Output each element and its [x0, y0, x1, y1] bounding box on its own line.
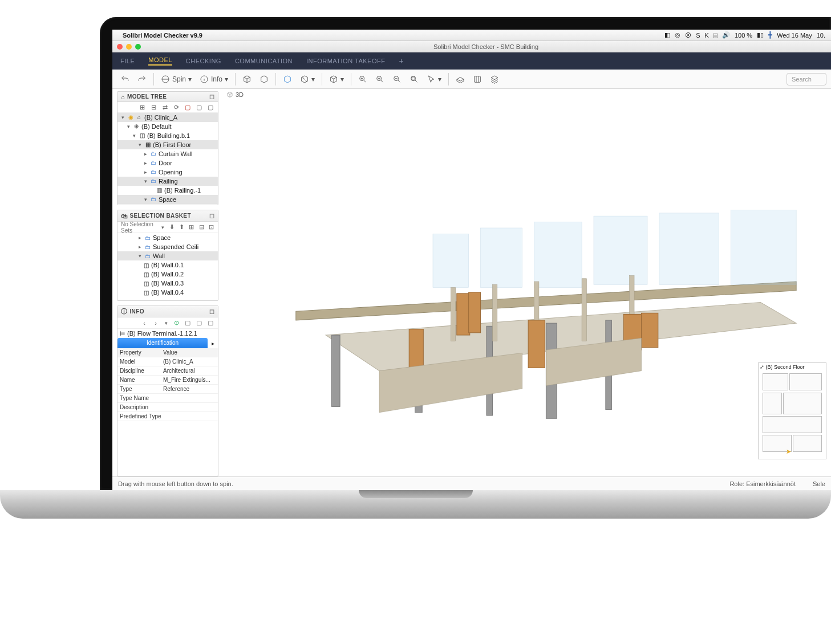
battery-percent: 100 %	[735, 32, 752, 39]
svg-rect-26	[469, 292, 481, 333]
svg-rect-15	[481, 228, 522, 287]
basket-tool-icon[interactable]: ⊞	[188, 223, 194, 231]
tree-row[interactable]: ◫(B) Wall.0.2	[117, 270, 218, 279]
select-icon[interactable]: ▾	[423, 72, 445, 86]
tree-row[interactable]: ▾◫(B) Building.b.1	[117, 131, 218, 140]
basket-add-icon[interactable]: ▢	[184, 319, 192, 327]
menubar-icon[interactable]: ◧	[664, 31, 670, 39]
menubar-k-icon[interactable]: K	[705, 32, 709, 39]
info-tab-next[interactable]: ▸	[208, 340, 218, 347]
svg-rect-16	[534, 222, 582, 288]
zoom-window-icon[interactable]	[406, 72, 422, 86]
basket-add-icon[interactable]: ▢	[206, 319, 214, 327]
tree-row[interactable]: ▾◉⌂(B) Clinic_A	[117, 113, 218, 122]
nav-model[interactable]: MODEL	[148, 56, 172, 66]
search-input[interactable]: Search	[787, 73, 826, 85]
zoom-in-icon[interactable]	[372, 72, 388, 86]
tree-tool-icon[interactable]: ⟳	[172, 103, 180, 111]
info-table: PropertyValue Model(B) Clinic_A Discipli…	[117, 348, 218, 421]
basket-icon: 🛍	[121, 213, 127, 219]
spin-button[interactable]: Spin ▾	[157, 72, 195, 86]
tree-row[interactable]: ▥(B) Railing.-1	[117, 186, 218, 195]
tree-row[interactable]: ◫(B) Wall.0.4	[117, 288, 218, 297]
tree-tool-icon[interactable]: ⊞	[138, 103, 146, 111]
cube-icon[interactable]: ▾	[326, 72, 347, 86]
tree-row[interactable]: ▸🗀Opening	[117, 168, 218, 177]
model-tree-body[interactable]: ▾◉⌂(B) Clinic_A ▾⊕(B) Default ▾◫(B) Buil…	[117, 113, 218, 205]
tree-row[interactable]: ▾🗀Space	[117, 195, 218, 204]
model-tree-panel: ⌂ MODEL TREE ◻ ⊞ ⊟ ⇄ ⟳ ▢ ▢ ▢	[117, 91, 218, 205]
upload-icon[interactable]: ⬆	[179, 223, 185, 231]
maximize-panel-icon[interactable]: ◻	[209, 212, 214, 219]
flag-icon[interactable]: ╋	[768, 31, 772, 39]
tree-tool-icon[interactable]: ⊟	[149, 103, 157, 111]
svg-rect-19	[731, 210, 796, 285]
undo-button[interactable]	[117, 72, 133, 86]
map-icon[interactable]	[469, 72, 485, 86]
basket-body[interactable]: ▸🗀Space ▸🗀Suspended Ceili ▾🗀Wall ◫(B) Wa…	[117, 233, 218, 297]
cube-outline-icon[interactable]	[279, 72, 295, 86]
basket-add-icon[interactable]: ▢	[195, 319, 203, 327]
expand-icon[interactable]: ⤢	[760, 364, 764, 370]
svg-rect-14	[433, 234, 469, 287]
info-toolbar: ‹ › ▾ ⊙ ▢ ▢ ▢	[117, 317, 218, 329]
maximize-panel-icon[interactable]: ◻	[209, 308, 214, 315]
cube-add-icon[interactable]	[239, 72, 255, 86]
tree-row[interactable]: ▸🗀Door	[117, 158, 218, 168]
svg-rect-17	[594, 216, 647, 284]
menubar-icon[interactable]: ◎	[675, 31, 680, 39]
tree-row[interactable]: ▸🗀Space	[117, 233, 218, 242]
nav-checking[interactable]: CHECKING	[186, 58, 221, 64]
panel-title: MODEL TREE	[127, 93, 167, 100]
selection-sets-label[interactable]: No Selection Sets	[121, 221, 157, 234]
download-icon[interactable]: ⬇	[169, 223, 175, 231]
basket-add-icon[interactable]: ▢	[184, 103, 192, 111]
section-icon[interactable]	[452, 72, 468, 86]
tree-row[interactable]: ◫(B) Space.-1.	[117, 204, 218, 205]
nav-prev-icon[interactable]: ‹	[140, 319, 148, 327]
tree-row[interactable]: ▾⊕(B) Default	[117, 122, 218, 131]
tree-row[interactable]: ▾▦(B) First Floor	[117, 140, 218, 149]
mac-date: Wed 16 May	[777, 32, 812, 39]
airplay-icon[interactable]: ⌸	[714, 32, 718, 39]
minimize-icon[interactable]	[126, 44, 132, 50]
redo-button[interactable]	[134, 72, 150, 86]
tree-row[interactable]: ◫(B) Wall.0.1	[117, 260, 218, 270]
mac-time: 10.	[817, 32, 825, 39]
close-icon[interactable]	[117, 44, 123, 50]
layers-icon[interactable]	[487, 72, 502, 86]
basket-tool-icon[interactable]: ⊡	[208, 223, 214, 231]
volume-icon[interactable]: 🔊	[722, 31, 730, 39]
zoom-out-icon[interactable]	[389, 72, 405, 86]
nav-next-icon[interactable]: ›	[152, 319, 160, 327]
nav-add[interactable]: +	[399, 56, 404, 66]
info-tab-identification[interactable]: Identification	[117, 338, 208, 348]
tree-row[interactable]: ▸🗀Curtain Wall	[117, 149, 218, 158]
tree-tool-icon[interactable]: ⇄	[161, 103, 169, 111]
nav-file[interactable]: FILE	[120, 58, 135, 64]
panel-title: SELECTION BASKET	[129, 213, 191, 219]
basket-toolbar: No Selection Sets ▾ ⬇ ⬆ ⊞ ⊟ ⊡	[117, 222, 218, 233]
maximize-panel-icon[interactable]: ◻	[209, 93, 214, 100]
wifi-icon[interactable]: ⦿	[685, 32, 691, 39]
battery-icon: ▮▯	[757, 31, 764, 39]
info-button[interactable]: Info ▾	[196, 72, 232, 86]
menubar-s-icon[interactable]: S	[696, 32, 700, 39]
3d-viewport[interactable]: 3D	[221, 89, 831, 476]
tree-row[interactable]: ▸🗀Suspended Ceili	[117, 242, 218, 251]
locate-icon[interactable]: ⊙	[172, 319, 180, 327]
nav-communication[interactable]: COMMUNICATION	[235, 58, 293, 64]
basket-add-icon[interactable]: ▢	[206, 103, 214, 111]
basket-add-icon[interactable]: ▢	[195, 103, 203, 111]
tree-row[interactable]: ▾🗀Railing	[117, 177, 218, 186]
nav-takeoff[interactable]: INFORMATION TAKEOFF	[306, 58, 385, 64]
cube-link-icon[interactable]	[256, 72, 272, 86]
tree-row[interactable]: ◫(B) Wall.0.3	[117, 279, 218, 288]
zoom-extents-icon[interactable]	[355, 72, 371, 86]
maximize-icon[interactable]	[135, 44, 141, 50]
info-item: ⊨ (B) Flow Terminal.-1.12.1	[117, 329, 218, 338]
floor-minimap[interactable]: ⤢ (B) Second Floor ➤	[758, 362, 826, 459]
cube-remove-icon[interactable]: ▾	[297, 72, 318, 86]
tree-row[interactable]: ▾🗀Wall	[117, 251, 218, 260]
basket-tool-icon[interactable]: ⊟	[198, 223, 205, 231]
